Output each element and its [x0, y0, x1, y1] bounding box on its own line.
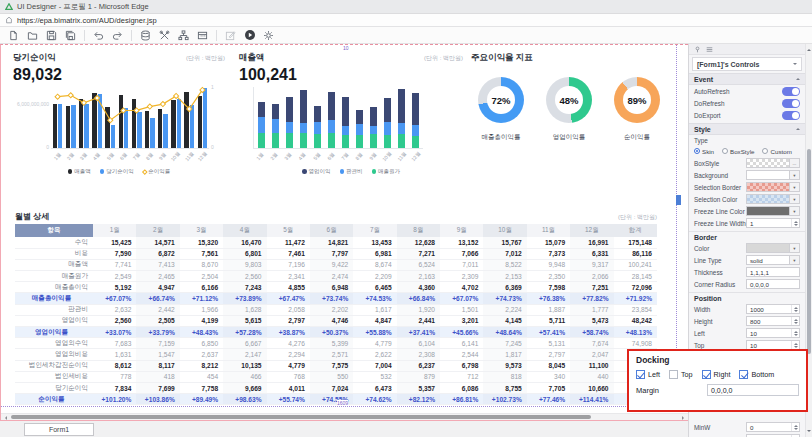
- legend-marker: [100, 169, 105, 174]
- scroll-up-icon[interactable]: [807, 47, 811, 51]
- cell: 5,615: [223, 315, 266, 326]
- number-input[interactable]: 1000: [746, 304, 800, 314]
- color-picker[interactable]: ▾: [746, 182, 800, 192]
- row-label: 비용: [15, 248, 93, 259]
- widget-grid-icon[interactable]: [196, 29, 209, 42]
- toggle-dorefresh[interactable]: [782, 99, 800, 108]
- checkbox-left[interactable]: [636, 370, 645, 379]
- number-input[interactable]: 800: [746, 316, 800, 326]
- color-picker[interactable]: ▾: [746, 194, 800, 204]
- table-row: 영업외수익7,6837,1596,8506,6674,2765,3994,779…: [15, 338, 657, 349]
- controls-panel-header[interactable]: [Form1]'s Controls: [692, 57, 802, 71]
- cell: 4,779: [353, 338, 396, 349]
- tools-icon[interactable]: [158, 29, 171, 42]
- radio-option-boxstyle[interactable]: BoxStyle: [722, 148, 754, 155]
- docking-option-bottom[interactable]: Bottom: [739, 370, 774, 379]
- new-document-icon[interactable]: [7, 29, 20, 42]
- browser-urlbar[interactable]: https://epa.bimatrix.com/AUD/designer.js…: [0, 14, 812, 27]
- redo-icon[interactable]: [111, 29, 124, 42]
- edit-icon[interactable]: [224, 29, 237, 42]
- docking-option-top[interactable]: Top: [669, 370, 693, 379]
- cell: 2,442: [136, 304, 179, 315]
- number-input[interactable]: 10: [746, 328, 800, 338]
- cell: 7,598: [527, 282, 570, 293]
- bar-group: [91, 93, 104, 148]
- cell: 14,821: [310, 237, 353, 248]
- spinner[interactable]: [791, 341, 799, 349]
- text-input[interactable]: 1,1,1,1: [746, 267, 800, 277]
- design-canvas[interactable]: 당기순이익 (단위 : 백만원) 89,032 6,000,000,000 0 …: [0, 44, 688, 421]
- segment-매출원가: [258, 133, 265, 148]
- spinner[interactable]: [791, 329, 799, 337]
- color-picker[interactable]: ▾: [746, 243, 800, 253]
- dropdown-icon[interactable]: ▾: [789, 244, 799, 252]
- checkbox-right[interactable]: [702, 370, 711, 379]
- color-picker[interactable]: ...: [746, 158, 800, 168]
- number-input[interactable]: 1: [746, 218, 800, 228]
- toggle-doexport[interactable]: [782, 111, 800, 120]
- docking-option-right[interactable]: Right: [702, 370, 731, 379]
- section-header-style[interactable]: Style: [689, 123, 805, 135]
- dropdown-icon[interactable]: ▾: [789, 195, 799, 203]
- select-input[interactable]: solid▾: [746, 255, 800, 265]
- run-icon[interactable]: [243, 29, 256, 42]
- scroll-left-icon[interactable]: [3, 416, 7, 420]
- cell: +67.07%: [93, 293, 136, 304]
- panel-unit: (단위 : 백만원): [186, 54, 225, 63]
- radio-option-custom[interactable]: Custom: [762, 148, 791, 155]
- dropdown-icon[interactable]: ▾: [789, 171, 799, 179]
- spinner[interactable]: [791, 219, 799, 227]
- save-all-icon[interactable]: [64, 29, 77, 42]
- canvas-column: 당기순이익 (단위 : 백만원) 89,032 6,000,000,000 0 …: [0, 44, 688, 437]
- cell: 4,847: [353, 315, 396, 326]
- chart1-bars: [51, 87, 209, 148]
- scrollbar-thumb[interactable]: [807, 149, 811, 354]
- cell: 1,631: [93, 349, 136, 360]
- row-label: 법인세차감전순이익: [15, 360, 93, 371]
- table-title-row: 월별 상세 (단위 : 백만원): [15, 211, 657, 222]
- docking-option-left[interactable]: Left: [636, 370, 660, 379]
- pin-icon[interactable]: [694, 46, 701, 53]
- cell: 7,243: [223, 282, 266, 293]
- save-icon[interactable]: [45, 29, 58, 42]
- segment-매출원가: [398, 134, 405, 148]
- number-input[interactable]: 0: [746, 422, 800, 432]
- cell: 6,473: [353, 382, 396, 393]
- text-input[interactable]: 0,0,0,0: [746, 279, 800, 289]
- cell: 6,104: [397, 338, 440, 349]
- legend-item: 순이익률: [143, 168, 171, 175]
- scroll-right-icon[interactable]: [682, 416, 686, 420]
- spinner[interactable]: [791, 317, 799, 325]
- spinner[interactable]: [791, 305, 799, 313]
- dropdown-icon[interactable]: ▾: [789, 207, 799, 215]
- row-label: 법인세비용: [15, 371, 93, 382]
- more-button[interactable]: ...: [789, 159, 799, 167]
- section-header-event[interactable]: Event: [689, 73, 805, 85]
- cell: 175,148: [614, 237, 658, 248]
- tab-form1[interactable]: Form1: [24, 423, 94, 436]
- stacked-bar: [409, 87, 423, 148]
- scrollbar-thumb[interactable]: [11, 415, 591, 419]
- database-icon[interactable]: [139, 29, 152, 42]
- donut-row: 72% 매출총이익률 48% 영업이익률 89% 순이: [471, 77, 667, 142]
- toggle-autorefresh[interactable]: [782, 87, 800, 96]
- checkbox-bottom[interactable]: [739, 370, 748, 379]
- radio-option-skin[interactable]: Skin: [694, 148, 714, 155]
- checkbox-top[interactable]: [669, 370, 678, 379]
- undo-icon[interactable]: [92, 29, 105, 42]
- settings-icon[interactable]: [262, 29, 275, 42]
- dropdown-icon[interactable]: ▾: [789, 183, 799, 191]
- headline-value: 100,241: [239, 66, 463, 84]
- scroll-down-icon[interactable]: [807, 430, 811, 434]
- color-picker[interactable]: ▾: [746, 170, 800, 180]
- spinner[interactable]: [791, 423, 799, 431]
- list-icon[interactable]: [706, 46, 713, 53]
- resize-handle[interactable]: [676, 195, 681, 205]
- field-value: 1,1,1,1: [750, 269, 769, 276]
- cell: 768: [267, 371, 310, 382]
- horizontal-scrollbar[interactable]: [1, 413, 688, 420]
- hierarchy-icon[interactable]: [177, 29, 190, 42]
- color-picker[interactable]: ▾: [746, 206, 800, 216]
- open-folder-icon[interactable]: [26, 29, 39, 42]
- margin-input[interactable]: 0,0,0,0: [707, 384, 799, 396]
